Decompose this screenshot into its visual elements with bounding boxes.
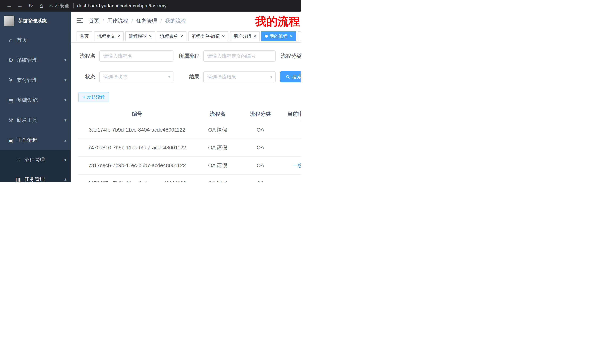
- sidebar-item-system[interactable]: ⚙系统管理▾: [0, 50, 71, 70]
- sidebar-item-label: 系统管理: [17, 57, 38, 64]
- close-icon[interactable]: ×: [222, 34, 225, 38]
- process-def-input[interactable]: [203, 50, 276, 62]
- chevron-down-icon: ▾: [64, 98, 67, 103]
- cell-current-task: [281, 139, 300, 157]
- back-icon[interactable]: ←: [4, 0, 14, 11]
- create-process-button[interactable]: + 发起流程: [78, 92, 109, 102]
- chevron-down-icon: ▾: [64, 157, 67, 162]
- main-area: 首页/工作流程/任务管理/我的流程 我的流程 ? TT: [71, 11, 300, 182]
- app-title: 芋道管理系统: [18, 18, 47, 24]
- close-icon[interactable]: ×: [180, 34, 183, 38]
- filter-result: 结果 请选择流结果 ▾: [178, 71, 276, 82]
- cell-process-name: OA 请假: [196, 157, 240, 174]
- breadcrumb-item[interactable]: 任务管理: [136, 17, 157, 24]
- breadcrumb-separator: /: [131, 18, 133, 24]
- url-text: dashboard.yudao.iocoder.cn/bpm/task/my: [77, 3, 167, 9]
- annotation-title: 我的流程: [255, 14, 300, 29]
- sidebar-item-label: 支付管理: [17, 77, 38, 84]
- warning-icon: ⚠: [49, 3, 53, 8]
- cell-process-name: OA 请假: [196, 174, 240, 182]
- tags-view-item[interactable]: 我的流程×: [261, 31, 296, 41]
- tab-label: 用户分组: [233, 33, 251, 39]
- tags-view-item[interactable]: 流程模型×: [125, 31, 155, 41]
- cell-current-task: [281, 174, 300, 182]
- tags-view-item[interactable]: 流程表单-编辑×: [188, 31, 228, 41]
- table-header-row: 编号流程名流程分类当前审批任务状态结果提交时间结束时间操作: [78, 107, 300, 121]
- tab-label: 首页: [80, 33, 89, 39]
- process-list-icon: ≡: [14, 157, 22, 163]
- sidebar-item-infrastructure[interactable]: ▤基础设施▾: [0, 90, 71, 110]
- cell-id: 7317cec6-7b9b-11ec-b5b7-acde48001122: [78, 157, 196, 174]
- sidebar-item-process-management[interactable]: ≡流程管理▾: [0, 150, 71, 170]
- search-button[interactable]: 搜索: [280, 71, 300, 82]
- chevron-down-icon: ▾: [64, 118, 67, 123]
- filter-process-def: 所属流程: [178, 50, 276, 62]
- close-icon[interactable]: ×: [149, 34, 151, 38]
- cell-category: OA: [240, 121, 281, 139]
- sidebar-item-label: 流程管理: [24, 156, 45, 163]
- process-table: 编号流程名流程分类当前审批任务状态结果提交时间结束时间操作 3ad174fb-7…: [78, 107, 300, 182]
- app-logo[interactable]: 芋道管理系统: [0, 11, 71, 30]
- cell-category: OA: [240, 139, 281, 157]
- sidebar-item-label: 首页: [17, 37, 27, 44]
- task-icon: ▥: [14, 176, 22, 182]
- tab-label: 流程表单: [160, 33, 178, 39]
- cell-id: 7470a810-7b9b-11ec-b5b7-acde48001122: [78, 139, 196, 157]
- tags-view-item[interactable]: 流程表单×: [157, 31, 186, 41]
- search-button-label: 搜索: [292, 74, 300, 80]
- breadcrumb-separator: /: [102, 18, 104, 24]
- cell-current-task: 一级审批: [281, 157, 300, 174]
- sidebar-item-label: 任务管理: [24, 176, 45, 182]
- create-process-label: 发起流程: [87, 94, 105, 100]
- tags-view-item[interactable]: 发起流程×: [298, 31, 300, 41]
- status-select[interactable]: 请选择状态 ▾: [99, 71, 173, 82]
- current-task-link[interactable]: 一级审批: [293, 163, 300, 168]
- browser-home-icon[interactable]: ⌂: [36, 0, 47, 11]
- close-icon[interactable]: ×: [290, 34, 292, 38]
- hamburger-icon[interactable]: [71, 11, 89, 30]
- search-icon: [286, 75, 290, 79]
- tags-view-item[interactable]: 流程定义×: [94, 31, 123, 41]
- address-bar[interactable]: ⚠ 不安全 dashboard.yudao.iocoder.cn/bpm/tas…: [49, 3, 167, 9]
- app-frame: 芋道管理系统 ⌂首页⚙系统管理▾¥支付管理▾▤基础设施▾⚒研发工具▾▣工作流程▴…: [0, 11, 300, 182]
- sidebar-item-workflow[interactable]: ▣工作流程▴: [0, 130, 71, 150]
- sidebar-item-payment[interactable]: ¥支付管理▾: [0, 70, 71, 90]
- workflow-icon: ▣: [7, 137, 14, 144]
- category-label: 流程分类: [280, 52, 300, 59]
- sidebar: 芋道管理系统 ⌂首页⚙系统管理▾¥支付管理▾▤基础设施▾⚒研发工具▾▣工作流程▴…: [0, 11, 71, 182]
- sidebar-item-home[interactable]: ⌂首页: [0, 30, 71, 50]
- result-select[interactable]: 请选择流结果 ▾: [203, 71, 276, 82]
- screen: ← → ↻ ⌂ ⚠ 不安全 dashboard.yudao.iocoder.cn…: [0, 0, 300, 182]
- status-placeholder: 请选择状态: [103, 74, 127, 80]
- tools-icon: ⚒: [7, 117, 14, 124]
- breadcrumb-item[interactable]: 工作流程: [107, 17, 128, 24]
- close-icon[interactable]: ×: [117, 34, 120, 38]
- navbar: 首页/工作流程/任务管理/我的流程 我的流程 ? TT: [71, 11, 300, 30]
- browser-chrome: ← → ↻ ⌂ ⚠ 不安全 dashboard.yudao.iocoder.cn…: [0, 0, 300, 11]
- sidebar-item-label: 研发工具: [17, 117, 38, 124]
- filter-category: 流程分类 请选择流程分类 ▾: [280, 50, 300, 62]
- cell-id: 3ad174fb-7b9d-11ec-8404-acde48001122: [78, 121, 196, 139]
- close-icon[interactable]: ×: [253, 34, 256, 38]
- result-placeholder: 请选择流结果: [207, 74, 236, 80]
- reload-icon[interactable]: ↻: [25, 0, 36, 11]
- sidebar-item-label: 基础设施: [17, 97, 38, 104]
- logo-image: [4, 15, 15, 26]
- process-name-input[interactable]: [99, 50, 173, 62]
- sidebar-item-task-management[interactable]: ▥任务管理▴: [0, 170, 71, 182]
- tags-view-item[interactable]: 首页: [77, 31, 92, 41]
- status-label: 状态: [78, 73, 95, 80]
- sidebar-item-label: 工作流程: [17, 137, 38, 144]
- forward-icon[interactable]: →: [14, 0, 25, 11]
- chevron-down-icon: ▾: [270, 75, 272, 79]
- filter-process-name: 流程名: [78, 50, 173, 62]
- tags-view-item[interactable]: 用户分组×: [230, 31, 260, 41]
- filter-row-1: 流程名 所属流程 流程分类 请选择流程分类 ▾: [78, 50, 300, 62]
- cell-category: OA: [240, 174, 281, 182]
- breadcrumb-item[interactable]: 首页: [89, 17, 99, 24]
- table-row: 2152467e-7b9b-11ec-9a1b-acde48001122OA 请…: [78, 174, 300, 182]
- filter-status: 状态 请选择状态 ▾: [78, 71, 173, 82]
- tags-view: 首页流程定义×流程模型×流程表单×流程表单-编辑×用户分组×我的流程×发起流程×: [71, 30, 300, 43]
- infrastructure-icon: ▤: [7, 97, 14, 104]
- sidebar-item-devtools[interactable]: ⚒研发工具▾: [0, 110, 71, 130]
